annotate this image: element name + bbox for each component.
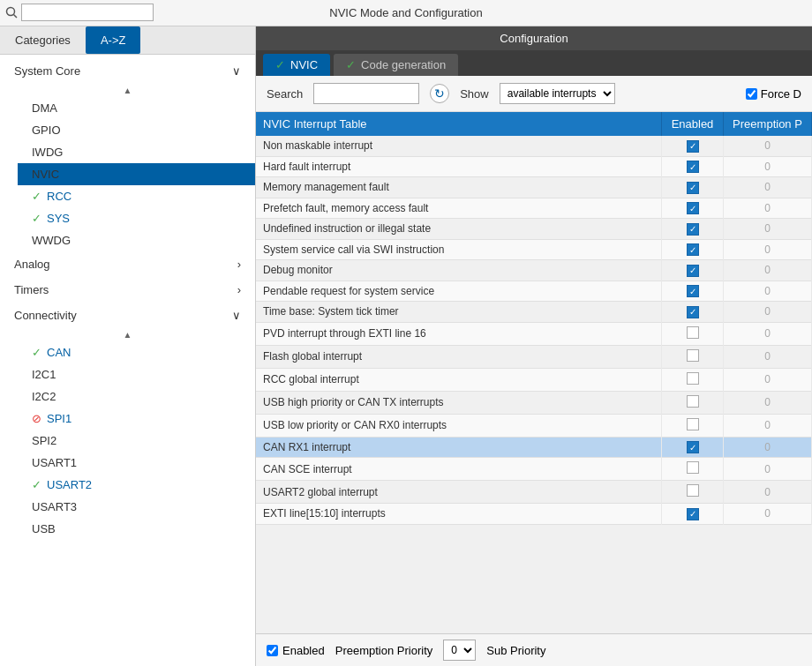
child-label: I2C2 [32,390,56,403]
search-input[interactable] [313,83,419,104]
interrupt-enabled[interactable]: ✓ [662,302,724,323]
show-label: Show [460,87,489,101]
interrupt-enabled[interactable] [662,481,724,504]
sidebar-section-system-core[interactable]: System Core∨ [0,58,255,84]
interrupt-enabled[interactable]: ✓ [662,281,724,302]
interrupt-enabled[interactable] [662,345,724,368]
sidebar-section-analog[interactable]: Analog› [0,251,255,277]
sidebar-section-timers[interactable]: Timers› [0,277,255,303]
main-layout: Categories A->Z System Core∨▲DMAGPIOIWDG… [0,26,812,666]
force-checkbox[interactable] [746,88,757,100]
preemption-value: 0 [724,136,812,156]
force-check-area: Force D [746,87,801,101]
table-row[interactable]: PVD interrupt through EXTI line 160 [256,322,812,345]
interrupt-name: Debug monitor [256,260,662,281]
top-bar: NVIC Mode and Configuration [0,0,812,26]
category-label: Timers [14,283,49,296]
table-row[interactable]: System service call via SWI instruction✓… [256,239,812,260]
chevron-up-icon: ∨ [232,309,241,322]
sidebar-item-nvic[interactable]: NVIC [18,163,255,185]
bottom-enabled-check: Enabled [267,644,325,657]
table-row[interactable]: Flash global interrupt0 [256,345,812,368]
interrupt-enabled[interactable]: ✓ [662,437,724,458]
config-tab-code-generation[interactable]: ✓Code generation [334,54,458,76]
show-select[interactable]: available interruptsall interrupts [500,83,615,104]
child-label: I2C1 [32,368,56,381]
bottom-enabled-checkbox[interactable] [267,645,278,656]
interrupt-enabled[interactable] [662,414,724,437]
sidebar-item-wwdg[interactable]: WWDG [18,229,255,251]
tab-az[interactable]: A->Z [86,26,141,54]
table-row[interactable]: Pendable request for system service✓0 [256,281,812,302]
sidebar-item-usb[interactable]: USB [18,518,255,540]
refresh-button[interactable]: ↻ [430,84,449,103]
table-row[interactable]: Prefetch fault, memory access fault✓0 [256,198,812,219]
table-row[interactable]: USB low priority or CAN RX0 interrupts0 [256,414,812,437]
scroll-up-arrow[interactable]: ▲ [0,84,255,97]
table-row[interactable]: CAN RX1 interrupt✓0 [256,437,812,458]
interrupt-enabled[interactable]: ✓ [662,219,724,240]
table-row[interactable]: EXTI line[15:10] interrupts✓0 [256,504,812,525]
sidebar-item-can[interactable]: ✓CAN [18,341,255,363]
checkbox-checked-icon: ✓ [687,243,699,256]
sidebar-item-i2c1[interactable]: I2C1 [18,363,255,385]
interrupt-enabled[interactable] [662,368,724,391]
sidebar-item-usart1[interactable]: USART1 [18,452,255,474]
sidebar-item-spi1[interactable]: ⊘SPI1 [18,408,255,430]
bottom-preemption-select[interactable]: 0 [443,640,476,661]
interrupt-name: Prefetch fault, memory access fault [256,198,662,219]
checkbox-unchecked-icon [687,484,699,497]
checkbox-checked-icon: ✓ [687,223,699,236]
sidebar-item-rcc[interactable]: ✓RCC [18,185,255,207]
tab-label: NVIC [290,58,318,71]
interrupt-enabled[interactable] [662,322,724,345]
tab-categories[interactable]: Categories [0,26,86,54]
preemption-value: 0 [724,177,812,198]
table-row[interactable]: Debug monitor✓0 [256,260,812,281]
interrupt-enabled[interactable]: ✓ [662,136,724,156]
table-row[interactable]: Hard fault interrupt✓0 [256,156,812,177]
interrupt-enabled[interactable] [662,391,724,414]
preemption-value: 0 [724,414,812,437]
category-label: System Core [14,64,80,78]
config-tab-nvic[interactable]: ✓NVIC [263,54,330,76]
interrupt-enabled[interactable]: ✓ [662,260,724,281]
child-label: DMA [32,101,57,115]
table-row[interactable]: USB high priority or CAN TX interrupts0 [256,391,812,414]
col-preemption: Preemption P [724,112,812,136]
table-row[interactable]: USART2 global interrupt0 [256,481,812,504]
table-row[interactable]: Undefined instruction or illegal state✓0 [256,219,812,240]
svg-line-1 [14,15,18,19]
interrupt-name: CAN SCE interrupt [256,458,662,481]
interrupt-enabled[interactable] [662,458,724,481]
interrupt-enabled[interactable]: ✓ [662,239,724,260]
category-label: Analog [14,258,49,271]
chevron-up-icon: ∨ [232,64,241,78]
child-label: SPI2 [32,434,56,447]
sidebar-section-connectivity[interactable]: Connectivity∨ [0,303,255,328]
table-row[interactable]: Time base: System tick timer✓0 [256,302,812,323]
nvic-table: NVIC Interrupt Table Enabled Preemption … [256,112,812,525]
scroll-up-arrow[interactable]: ▲ [0,328,255,341]
interrupt-enabled[interactable]: ✓ [662,156,724,177]
interrupt-enabled[interactable]: ✓ [662,177,724,198]
interrupt-name: EXTI line[15:10] interrupts [256,504,662,525]
sidebar-item-usart2[interactable]: ✓USART2 [18,474,255,496]
table-row[interactable]: Memory management fault✓0 [256,177,812,198]
checkbox-checked-icon: ✓ [687,508,699,520]
top-search-input[interactable] [21,4,154,21]
child-label: USB [32,522,56,535]
table-row[interactable]: RCC global interrupt0 [256,368,812,391]
sidebar-item-sys[interactable]: ✓SYS [18,207,255,229]
sidebar-item-iwdg[interactable]: IWDG [18,141,255,163]
sidebar-item-i2c2[interactable]: I2C2 [18,385,255,408]
sidebar-item-usart3[interactable]: USART3 [18,496,255,518]
top-search-area [0,0,159,25]
interrupt-enabled[interactable]: ✓ [662,504,724,525]
sidebar-item-dma[interactable]: DMA [18,97,255,119]
table-row[interactable]: CAN SCE interrupt0 [256,458,812,481]
sidebar-item-spi2[interactable]: SPI2 [18,430,255,452]
table-row[interactable]: Non maskable interrupt✓0 [256,136,812,156]
interrupt-enabled[interactable]: ✓ [662,198,724,219]
sidebar-item-gpio[interactable]: GPIO [18,119,255,141]
